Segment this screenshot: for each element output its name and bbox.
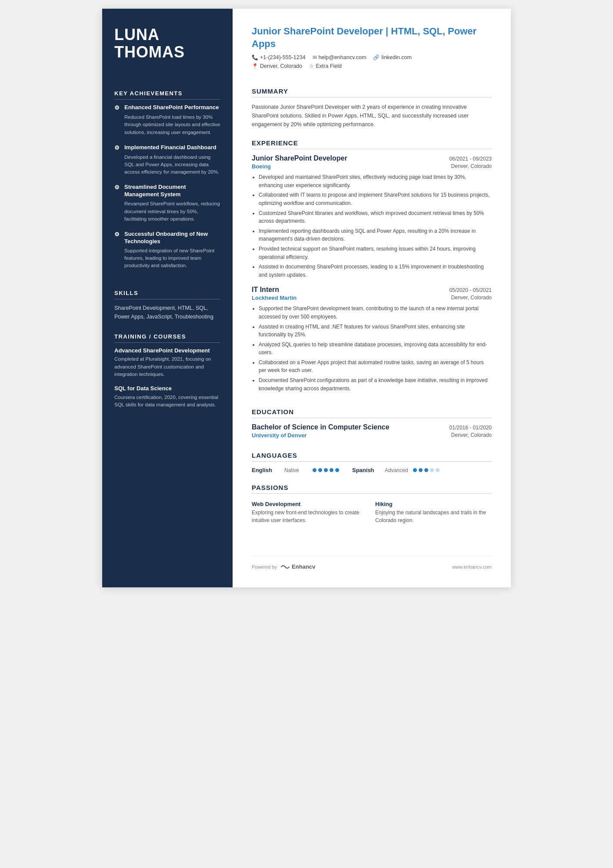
job-1-bullet-6: Assisted in documenting SharePoint proce…	[259, 263, 492, 279]
email-contact: ✉ help@enhancv.com	[313, 54, 366, 60]
job-2-bullet-3: Analyzed SQL queries to help streamline …	[259, 341, 492, 357]
job-1-header: Junior SharePoint Developer 06/2021 - 09…	[252, 154, 492, 162]
key-achievements-list: ⚙ Enhanced SharePoint Performance Reduce…	[114, 104, 220, 277]
job-2-company-row: Lockheed Martin Denver, Colorado	[252, 295, 492, 301]
achievement-title-1: Enhanced SharePoint Performance	[124, 104, 219, 111]
edu-degree: Bachelor of Science in Computer Science	[252, 423, 390, 431]
skills-heading: SKILLS	[114, 290, 220, 299]
passions-grid: Web Development Exploring new front-end …	[252, 501, 492, 524]
edu-school: University of Denver	[252, 432, 306, 439]
job-2-bullet-1: Supported the SharePoint development tea…	[259, 305, 492, 321]
achievement-icon-1: ⚙	[114, 104, 121, 112]
achievement-title-3: Streamlined Document Management System	[124, 184, 220, 198]
skills-text: SharePoint Development, HTML, SQL, Power…	[114, 304, 220, 321]
achievement-3: ⚙ Streamlined Document Management System…	[114, 184, 220, 223]
dot	[324, 468, 328, 472]
job-1-bullet-5: Provided technical support on SharePoint…	[259, 245, 492, 261]
job-1-date: 06/2021 - 09/2023	[450, 156, 492, 162]
location-value: Denver, Colorado	[260, 63, 302, 69]
enhancv-icon	[280, 564, 290, 570]
footer-website: www.enhancv.com	[452, 564, 492, 570]
location-icon: 📍	[252, 63, 258, 69]
dot	[313, 468, 316, 472]
job-2-bullet-4: Collaborated on a Power Apps project tha…	[259, 359, 492, 375]
achievement-desc-4: Supported integration of new SharePoint …	[114, 247, 220, 270]
summary-heading: SUMMARY	[252, 87, 492, 97]
training-title-1: Advanced SharePoint Development	[114, 347, 220, 355]
job-1-location: Denver, Colorado	[451, 163, 492, 170]
footer-powered-by: Powered by Enhancv	[252, 563, 315, 570]
languages-heading: LANGUAGES	[252, 452, 492, 462]
job-2-bullets: Supported the SharePoint development tea…	[252, 305, 492, 392]
job-2-bullet-2: Assisted in creating HTML and .NET featu…	[259, 323, 492, 339]
achievement-desc-1: Reduced SharePoint load times by 30% thr…	[114, 114, 220, 136]
edu-location: Denver, Colorado	[451, 432, 492, 439]
linkedin-icon: 🔗	[373, 54, 380, 60]
location-contact: 📍 Denver, Colorado	[252, 63, 302, 69]
training-heading: TRAINING / COURSES	[114, 333, 220, 343]
languages-row: English Native Spanish Advanced	[252, 467, 492, 473]
dot	[419, 468, 423, 472]
linkedin-contact: 🔗 linkedin.com	[373, 54, 411, 60]
lang-spanish-name: Spanish	[352, 467, 380, 473]
key-achievements-heading: KEY ACHIEVEMENTS	[114, 90, 220, 100]
training-title-2: SQL for Data Science	[114, 385, 220, 392]
email-icon: ✉	[313, 54, 317, 60]
job-2-date: 05/2020 - 05/2021	[450, 287, 492, 293]
achievement-desc-3: Revamped SharePoint workflows, reducing …	[114, 200, 220, 223]
enhancv-logo: Enhancv	[280, 563, 315, 570]
dot	[436, 468, 440, 472]
passion-1-title: Web Development	[252, 501, 368, 507]
training-list: Advanced SharePoint Development Complete…	[114, 347, 220, 416]
job-1-bullet-4: Implemented reporting dashboards using S…	[259, 227, 492, 243]
job-2-bullet-5: Documented SharePoint configurations as …	[259, 376, 492, 392]
job-2-location: Denver, Colorado	[451, 295, 492, 301]
candidate-name: LUNA THOMAS	[114, 26, 220, 60]
achievement-2: ⚙ Implemented Financial Dashboard Develo…	[114, 144, 220, 176]
achievement-1: ⚙ Enhanced SharePoint Performance Reduce…	[114, 104, 220, 136]
job-title: Junior SharePoint Developer | HTML, SQL,…	[252, 25, 492, 50]
job-2: IT Intern 05/2020 - 05/2021 Lockheed Mar…	[252, 286, 492, 399]
job-2-header: IT Intern 05/2020 - 05/2021	[252, 286, 492, 294]
sidebar: LUNA THOMAS KEY ACHIEVEMENTS ⚙ Enhanced …	[102, 9, 233, 587]
powered-by-label: Powered by	[252, 564, 277, 570]
job-1-bullet-1: Developed and maintained SharePoint site…	[259, 173, 492, 189]
contact-row: 📞 +1-(234)-555-1234 ✉ help@enhancv.com 🔗…	[252, 54, 492, 60]
job-2-title: IT Intern	[252, 286, 279, 294]
training-desc-1: Completed at Pluralsight, 2021, focusing…	[114, 355, 220, 378]
extra-contact: ☆ Extra Field	[309, 63, 342, 69]
extra-value: Extra Field	[316, 63, 342, 69]
achievement-title-2: Implemented Financial Dashboard	[124, 144, 217, 151]
job-1: Junior SharePoint Developer 06/2021 - 09…	[252, 154, 492, 286]
passion-1: Web Development Exploring new front-end …	[252, 501, 368, 524]
dot	[413, 468, 417, 472]
location-row: 📍 Denver, Colorado ☆ Extra Field	[252, 63, 492, 69]
language-english: English Native	[252, 467, 339, 473]
lang-spanish-level: Advanced	[385, 467, 409, 473]
edu-date: 01/2016 - 01/2020	[450, 425, 492, 431]
passion-2-title: Hiking	[375, 501, 492, 507]
dot	[330, 468, 333, 472]
achievement-icon-3: ⚙	[114, 184, 121, 191]
job-1-title: Junior SharePoint Developer	[252, 154, 347, 162]
dot	[424, 468, 428, 472]
achievement-icon-4: ⚙	[114, 231, 121, 238]
language-spanish: Spanish Advanced	[352, 467, 440, 473]
summary-text: Passionate Junior SharePoint Developer w…	[252, 103, 492, 129]
job-1-bullet-3: Customized SharePoint libraries and work…	[259, 209, 492, 225]
passions-heading: PASSIONS	[252, 484, 492, 494]
achievement-title-4: Successful Onboarding of New Technologie…	[124, 231, 220, 245]
lang-english-name: English	[252, 467, 280, 473]
job-1-company-row: Boeing Denver, Colorado	[252, 163, 492, 170]
lang-english-level: Native	[284, 467, 308, 473]
training-desc-2: Coursera certification, 2020, covering e…	[114, 394, 220, 409]
dot	[335, 468, 339, 472]
passion-2-desc: Enjoying the natural landscapes and trai…	[375, 509, 492, 524]
dot	[430, 468, 434, 472]
achievement-desc-2: Developed a financial dashboard using SQ…	[114, 154, 220, 176]
phone-contact: 📞 +1-(234)-555-1234	[252, 54, 306, 60]
extra-icon: ☆	[309, 63, 314, 69]
passion-1-desc: Exploring new front-end technologies to …	[252, 509, 368, 524]
job-1-bullets: Developed and maintained SharePoint site…	[252, 173, 492, 279]
phone-icon: 📞	[252, 54, 258, 60]
